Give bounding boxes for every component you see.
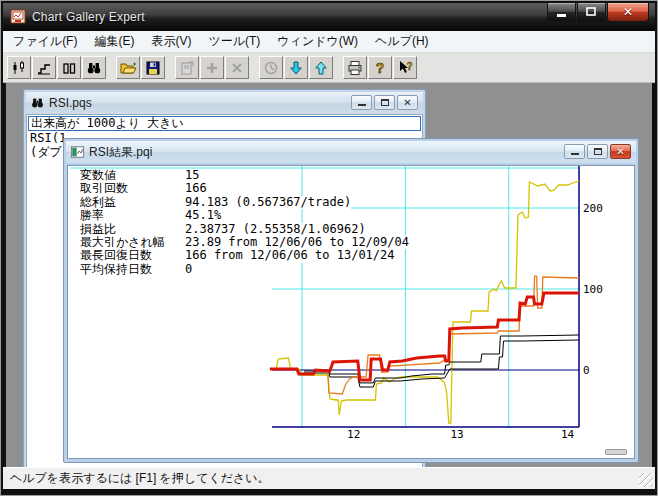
query-condition-row[interactable]: 出来高が 1000より 大きい [28, 116, 421, 131]
stat-row: 変数値15 [80, 169, 199, 182]
stat-value: 15 [185, 168, 199, 182]
save-file-button[interactable] [141, 56, 165, 79]
candlestick-chart-icon [11, 60, 27, 76]
stat-label: 平均保持日数 [80, 263, 185, 276]
toolbar-separator [166, 67, 175, 68]
open-file-icon [120, 60, 137, 76]
status-text: ヘルプを表示するには [F1] を押してください。 [10, 470, 270, 487]
restore-icon [381, 99, 389, 106]
stat-row: 総利益94.183 (0.567367/trade) [80, 196, 351, 209]
bar-columns-icon [61, 60, 77, 76]
binoculars-icon [30, 96, 45, 110]
resize-grip[interactable] [605, 449, 627, 455]
context-help-icon: ? [397, 60, 413, 76]
step-chart-icon [36, 60, 52, 76]
toolbar-separator [334, 67, 343, 68]
stat-row: 最長回復日数166 from 12/06/06 to 13/01/24 [80, 249, 395, 262]
save-file-icon [145, 60, 161, 76]
properties-button [175, 56, 199, 79]
window-title: Chart Gallery Expert [32, 10, 145, 24]
result-close-button[interactable]: ✕ [610, 144, 631, 159]
menu-edit[interactable]: 編集(E) [87, 30, 141, 53]
close-icon: ✕ [623, 6, 633, 18]
x-tick-label: 12 [347, 428, 360, 441]
stat-value: 166 from 12/06/06 to 13/01/24 [185, 248, 395, 262]
query-restore-button[interactable] [374, 95, 395, 110]
stat-row: 損益比2.38737 (2.55358/1.06962) [80, 223, 366, 236]
menu-window[interactable]: ウィンドウ(W) [270, 30, 365, 53]
window-resize-grip[interactable] [639, 473, 653, 487]
status-bar: ヘルプを表示するには [F1] を押してください。 [3, 467, 655, 489]
update-chart-icon [263, 60, 279, 76]
query-window-titlebar[interactable]: RSI.pqs ✕ [26, 92, 423, 114]
properties-icon [179, 60, 195, 76]
result-chart-icon [70, 145, 85, 159]
result-client-area: 1213140100200 変数値15取引回数166総利益94.183 (0.5… [67, 165, 635, 459]
menu-view[interactable]: 表示(V) [144, 30, 198, 53]
y-tick-label: 200 [583, 202, 603, 215]
move-down-button[interactable] [284, 56, 308, 79]
result-window-titlebar[interactable]: RSI結果.pqi ✕ [66, 141, 636, 163]
minimize-icon [571, 153, 579, 155]
print-button[interactable] [343, 56, 367, 79]
bar-columns-button[interactable] [57, 56, 81, 79]
toolbar: ?? [3, 53, 655, 83]
svg-text:?: ? [406, 61, 412, 72]
query-window-title: RSI.pqs [49, 96, 92, 110]
restore-icon [586, 7, 597, 17]
query-minimize-button[interactable] [351, 95, 372, 110]
candlestick-chart-button[interactable] [7, 56, 31, 79]
open-file-button[interactable] [116, 56, 140, 79]
result-restore-button[interactable] [587, 144, 608, 159]
minimize-button[interactable] [547, 3, 576, 22]
stat-value: 23.89 from 12/06/06 to 12/09/04 [185, 235, 409, 249]
series-orange-line [270, 276, 579, 394]
menu-bar: ファイル(F) 編集(E) 表示(V) ツール(T) ウィンドウ(W) ヘルプ(… [3, 31, 655, 53]
stat-value: 2.38737 (2.55358/1.06962) [185, 222, 366, 236]
minimize-icon [358, 104, 366, 106]
stat-label: 変数値 [80, 169, 185, 182]
add-button [200, 56, 224, 79]
stat-label: 最長回復日数 [80, 249, 185, 262]
update-chart-button [259, 56, 283, 79]
result-minimize-button[interactable] [564, 144, 585, 159]
stat-value: 166 [185, 181, 207, 195]
menu-tools[interactable]: ツール(T) [201, 30, 267, 53]
stat-label: 損益比 [80, 223, 185, 236]
result-window-title: RSI結果.pqi [89, 144, 152, 161]
chart-gallery-expert-window: Chart Gallery Expert ✕ ファイル(F) 編集(E) 表示(… [0, 0, 658, 496]
stat-value: 94.183 (0.567367/trade) [185, 195, 351, 209]
close-icon: ✕ [403, 98, 411, 108]
move-up-icon [313, 60, 329, 76]
stat-row: 平均保持日数0 [80, 263, 192, 276]
restore-button[interactable] [577, 3, 606, 22]
series-black-line-1 [304, 335, 579, 383]
stats-block: 変数値15取引回数166総利益94.183 (0.567367/trade)勝率… [80, 169, 409, 276]
help-button[interactable]: ? [368, 56, 392, 79]
minimize-icon [557, 14, 566, 17]
close-button[interactable]: ✕ [607, 3, 649, 22]
move-up-button[interactable] [309, 56, 333, 79]
stat-value: 45.1% [185, 208, 221, 222]
stat-value: 0 [185, 262, 192, 276]
query-close-button[interactable]: ✕ [397, 95, 418, 110]
stat-row: 取引回数166 [80, 182, 207, 195]
step-chart-button[interactable] [32, 56, 56, 79]
search-binoculars-button[interactable] [82, 56, 106, 79]
add-icon [204, 60, 220, 76]
stat-row: 勝率45.1% [80, 209, 221, 222]
result-window: RSI結果.pqi ✕ 1213140100200 変数値15取引回数166総利… [63, 138, 639, 463]
mdi-workspace: RSI.pqs ✕ 出来高が 1000より 大きいRSI(1(ダブ RSI結果.… [6, 83, 652, 467]
delete-button [225, 56, 249, 79]
y-tick-label: 0 [583, 364, 590, 377]
context-help-button[interactable]: ? [393, 56, 417, 79]
print-icon [347, 60, 363, 76]
help-icon: ? [372, 60, 388, 76]
menu-file[interactable]: ファイル(F) [6, 30, 84, 53]
stat-label: 総利益 [80, 196, 185, 209]
main-titlebar[interactable]: Chart Gallery Expert ✕ [3, 3, 655, 31]
stat-label: 取引回数 [80, 182, 185, 195]
menu-help[interactable]: ヘルプ(H) [368, 30, 436, 53]
stat-label: 勝率 [80, 209, 185, 222]
restore-icon [594, 148, 602, 155]
